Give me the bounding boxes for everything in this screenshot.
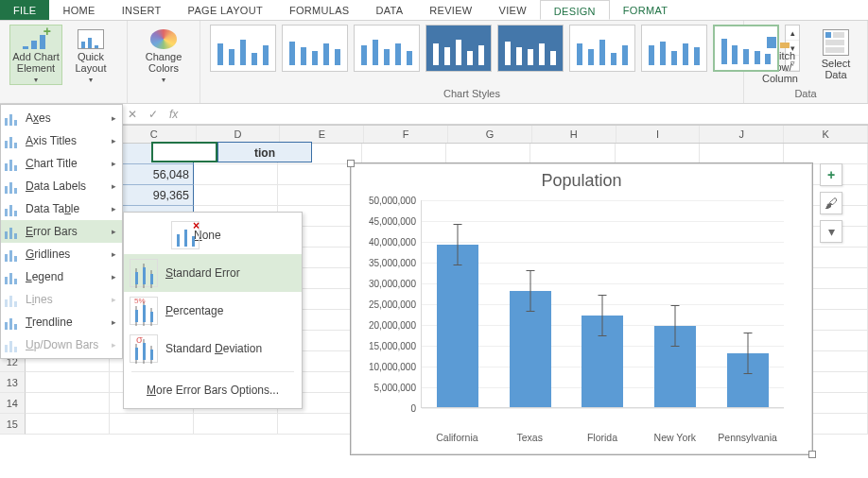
chart-side-buttons: + 🖌 ▾ — [820, 163, 842, 243]
column-header-D[interactable]: D — [197, 126, 281, 143]
chart-style-thumb[interactable] — [210, 25, 276, 72]
menu-axes[interactable]: Axes▸ — [1, 107, 122, 129]
cell-D3[interactable] — [194, 164, 278, 185]
cell-K2[interactable] — [784, 144, 868, 164]
formula-bar: ✕ ✓ fx — [0, 104, 868, 125]
row-header-14[interactable]: 14 — [0, 393, 26, 414]
column-header-C[interactable]: C — [113, 126, 197, 143]
cell-C15[interactable] — [110, 414, 194, 435]
chart-styles-button[interactable]: 🖌 — [820, 192, 842, 214]
x-tick-label: California — [421, 432, 494, 443]
dropdown-arrow-icon: ▾ — [162, 76, 165, 84]
column-headers[interactable]: BCDEFGHIJK — [28, 125, 868, 144]
menu-trendline[interactable]: Trendline▸ — [1, 311, 122, 333]
x-tick-label: New York — [638, 432, 711, 443]
cell-B14[interactable] — [26, 393, 110, 414]
error-bars-more-options[interactable]: More Error Bars Options... — [124, 376, 302, 404]
error-bars-standard-deviation[interactable]: Standard Deviation — [124, 330, 302, 367]
chart-elements-button[interactable]: + — [820, 163, 842, 186]
y-tick-label: 50,000,000 — [369, 196, 422, 206]
fx-icon[interactable]: fx — [169, 108, 178, 121]
y-tick-label: 30,000,000 — [369, 279, 422, 289]
cell-D15[interactable] — [194, 414, 278, 435]
cell-C1-partial[interactable]: tion — [217, 142, 312, 162]
group-change-colors: Change Colors ▾ — [128, 21, 200, 103]
chart-style-thumb[interactable] — [641, 25, 707, 72]
add-chart-element-label: Add Chart Element — [10, 51, 61, 74]
add-chart-element-button[interactable]: Add Chart Element ▾ — [9, 25, 62, 85]
ribbon-tabs: FILE HOME INSERT PAGE LAYOUT FORMULAS DA… — [0, 0, 868, 21]
select-data-icon — [823, 29, 849, 56]
change-colors-label: Change Colors — [138, 51, 189, 74]
y-tick-label: 35,000,000 — [369, 258, 422, 268]
chart-plot-area[interactable]: 05,000,00010,000,00015,000,00020,000,000… — [421, 200, 784, 408]
column-header-K[interactable]: K — [784, 126, 868, 143]
cell-G2[interactable] — [446, 144, 530, 164]
x-tick-label: Pennsylvania — [711, 432, 784, 443]
cell-B13[interactable] — [26, 372, 110, 393]
chart-style-thumb[interactable] — [569, 25, 635, 72]
tab-view[interactable]: VIEW — [486, 0, 540, 20]
error-bars-percentage[interactable]: Percentage — [124, 292, 302, 330]
active-cell-indicator — [151, 142, 217, 162]
cell-J2[interactable] — [700, 144, 784, 164]
chart-x-axis-labels: CaliforniaTexasFloridaNew YorkPennsylvan… — [421, 432, 784, 443]
row-header-13[interactable]: 13 — [0, 372, 26, 393]
chart-title[interactable]: Population — [351, 163, 812, 195]
cell-I2[interactable] — [616, 144, 700, 164]
cell-B15[interactable] — [26, 414, 110, 435]
column-header-H[interactable]: H — [532, 126, 616, 143]
y-tick-label: 15,000,000 — [369, 341, 422, 351]
dropdown-arrow-icon: ▾ — [34, 76, 38, 84]
menu-axis-titles[interactable]: Axis Titles▸ — [1, 129, 122, 152]
add-chart-element-menu: Axes▸ Axis Titles▸ Chart Title▸ Data Lab… — [0, 104, 123, 359]
tab-page-layout[interactable]: PAGE LAYOUT — [175, 0, 276, 20]
cell-D4[interactable] — [194, 185, 278, 206]
column-header-F[interactable]: F — [364, 126, 448, 143]
change-colors-button[interactable]: Change Colors ▾ — [137, 25, 190, 85]
tab-formulas[interactable]: FORMULAS — [276, 0, 363, 20]
cell-H2[interactable] — [530, 144, 615, 164]
cancel-formula-icon[interactable]: ✕ — [128, 108, 137, 121]
tab-insert[interactable]: INSERT — [109, 0, 175, 20]
tab-review[interactable]: REVIEW — [416, 0, 485, 20]
menu-data-table[interactable]: Data Table▸ — [1, 197, 122, 220]
tab-design[interactable]: DESIGN — [540, 0, 610, 20]
error-bars-none[interactable]: × None — [124, 216, 302, 254]
chart-style-thumb[interactable] — [354, 25, 420, 72]
change-colors-icon — [150, 29, 177, 49]
tab-file[interactable]: FILE — [0, 0, 49, 20]
column-header-E[interactable]: E — [280, 126, 364, 143]
column-header-G[interactable]: G — [448, 126, 532, 143]
chart-error-bar[interactable] — [602, 295, 603, 336]
error-bars-standard-error[interactable]: Standard Error — [124, 254, 302, 292]
tab-format[interactable]: FORMAT — [610, 0, 681, 20]
chart-error-bar[interactable] — [747, 333, 748, 374]
tab-home[interactable]: HOME — [49, 0, 108, 20]
column-header-J[interactable]: J — [700, 126, 784, 143]
select-data-button[interactable]: Select Data — [814, 25, 858, 85]
chart-error-bar[interactable] — [529, 270, 530, 312]
menu-gridlines[interactable]: Gridlines▸ — [1, 243, 122, 265]
menu-chart-title[interactable]: Chart Title▸ — [1, 152, 122, 175]
chart-error-bar[interactable] — [458, 224, 459, 265]
quick-layout-icon — [78, 29, 104, 49]
menu-data-labels[interactable]: Data Labels▸ — [1, 175, 122, 197]
embedded-chart[interactable]: Population 05,000,00010,000,00015,000,00… — [350, 162, 813, 455]
tab-data[interactable]: DATA — [362, 0, 416, 20]
chart-style-thumb[interactable] — [282, 25, 348, 72]
row-header-15[interactable]: 15 — [0, 414, 26, 435]
chart-bar[interactable] — [437, 245, 478, 407]
chart-style-thumb[interactable] — [497, 25, 564, 72]
menu-legend[interactable]: Legend▸ — [1, 265, 122, 288]
chart-filters-button[interactable]: ▾ — [820, 220, 842, 243]
enter-formula-icon[interactable]: ✓ — [148, 108, 158, 121]
group-chart-layouts: Add Chart Element ▾ Quick Layout ▾ — [0, 21, 128, 103]
quick-layout-button[interactable]: Quick Layout ▾ — [64, 25, 117, 85]
column-header-I[interactable]: I — [616, 126, 701, 143]
chart-styles-gallery[interactable] — [210, 25, 779, 72]
cell-F2[interactable] — [362, 144, 446, 164]
chart-error-bar[interactable] — [675, 305, 676, 347]
menu-error-bars[interactable]: Error Bars▸ — [1, 220, 122, 243]
chart-style-thumb[interactable] — [425, 25, 492, 72]
